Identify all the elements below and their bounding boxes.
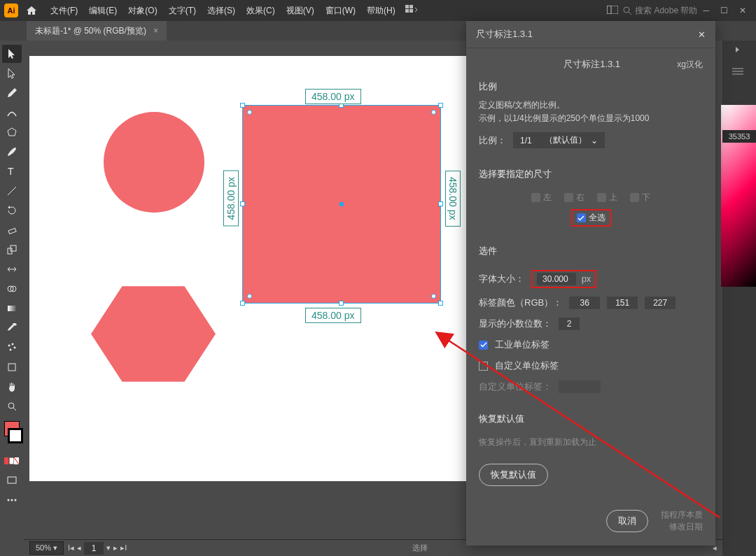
artboard-nav[interactable]: I◂ ◂ 1 ▾ ▸ ▸I [68, 542, 127, 555]
width-tool-icon[interactable] [2, 260, 22, 278]
window-close-icon[interactable]: ✕ [734, 6, 752, 15]
last-icon[interactable]: ▸I [120, 543, 127, 553]
corner-widget[interactable] [247, 294, 252, 299]
scale-label: 比例： [479, 134, 506, 147]
menu-window[interactable]: 窗口(W) [320, 5, 361, 17]
font-size-input[interactable]: 30.000 [537, 273, 576, 285]
symbol-sprayer-tool-icon[interactable] [2, 338, 22, 357]
arrange-docs-icon[interactable] [603, 6, 622, 16]
tab-close-icon[interactable]: × [153, 26, 158, 36]
help-search-placeholder: 搜索 Adobe 帮助 [635, 5, 697, 17]
gradient-tool-icon[interactable] [2, 299, 22, 318]
shape-hexagon[interactable] [91, 280, 216, 388]
shape-circle[interactable] [104, 112, 204, 213]
scale-tool-icon[interactable] [2, 241, 22, 259]
svg-rect-24 [4, 457, 9, 464]
color-b-input[interactable]: 227 [645, 297, 676, 309]
prev-icon[interactable]: ◂ [77, 543, 81, 553]
scale-dropdown[interactable]: 1/1 （默认值） ⌄ [513, 132, 605, 148]
shape-builder-tool-icon[interactable] [2, 280, 22, 298]
menu-object[interactable]: 对象(O) [122, 5, 162, 17]
zoom-tool-icon[interactable] [2, 397, 22, 415]
chevron-down-icon[interactable]: ▾ [106, 543, 111, 553]
menu-view[interactable]: 视图(V) [281, 5, 320, 17]
pen-tool-icon[interactable] [2, 84, 22, 102]
custom-unit-input[interactable] [559, 380, 601, 393]
checkbox-bottom[interactable] [630, 193, 639, 202]
artboard-tool-icon[interactable] [2, 358, 22, 376]
checkbox-right[interactable] [564, 193, 573, 202]
section-scale-header: 比例 [479, 80, 703, 93]
edit-toolbar-icon[interactable] [2, 491, 22, 509]
direct-selection-tool-icon[interactable] [2, 64, 22, 83]
screen-mode-icon[interactable] [2, 471, 22, 490]
menu-edit[interactable]: 编辑(E) [83, 5, 122, 17]
dimension-label-top: 458.00 px [305, 89, 361, 104]
help-search[interactable]: 搜索 Adobe 帮助 [622, 5, 697, 17]
svg-rect-4 [607, 6, 618, 14]
selection-tool-icon[interactable] [2, 45, 22, 63]
cancel-button[interactable]: 取消 [606, 510, 648, 532]
brush-tool-icon[interactable] [2, 143, 22, 161]
selection-handle[interactable] [240, 301, 245, 306]
selection-handle[interactable] [240, 201, 245, 206]
menu-type[interactable]: 文字(T) [163, 5, 202, 17]
svg-rect-1 [410, 5, 413, 8]
hand-tool-icon[interactable] [2, 378, 22, 396]
menu-effect[interactable]: 效果(C) [241, 5, 281, 17]
select-all-highlight: 全选 [571, 209, 611, 227]
menu-help[interactable]: 帮助(H) [361, 5, 401, 17]
eyedropper-tool-icon[interactable] [2, 319, 22, 337]
artboard-index[interactable]: 1 [84, 542, 104, 555]
corner-widget[interactable] [247, 110, 252, 115]
line-tool-icon[interactable] [2, 182, 22, 200]
dimension-label-bottom: 458.00 px [305, 308, 361, 323]
corner-widget[interactable] [431, 294, 436, 299]
first-icon[interactable]: I◂ [68, 543, 74, 553]
corner-widget[interactable] [431, 110, 436, 115]
color-g-input[interactable]: 151 [607, 297, 638, 309]
selection-handle[interactable] [438, 201, 443, 206]
restore-defaults-button[interactable]: 恢复默认值 [479, 464, 548, 486]
menu-bar: Ai 文件(F) 编辑(E) 对象(O) 文字(T) 选择(S) 效果(C) 视… [0, 0, 756, 21]
checkbox-industrial[interactable] [479, 341, 488, 350]
next-icon[interactable]: ▸ [113, 543, 118, 553]
color-hex-peek: 35353 [722, 130, 756, 143]
window-maximize-icon[interactable]: ☐ [715, 6, 734, 15]
selection-handle[interactable] [438, 301, 443, 306]
workspace-switcher-icon[interactable] [401, 5, 422, 17]
dimension-label-left: 458.00 px [223, 171, 239, 227]
window-minimize-icon[interactable]: ─ [697, 6, 715, 15]
type-tool-icon[interactable]: T [2, 162, 22, 180]
menu-select[interactable]: 选择(S) [202, 5, 241, 17]
panel-collapse-icon[interactable] [732, 45, 746, 59]
svg-line-23 [13, 408, 16, 411]
checkbox-left[interactable] [531, 193, 540, 202]
svg-point-19 [14, 347, 16, 349]
color-mode-icon[interactable] [2, 452, 22, 470]
panel-menu-icon[interactable] [732, 66, 746, 80]
zoom-level[interactable]: 50% ▾ [29, 541, 64, 555]
custom-unit-field-label: 自定义单位标签： [479, 380, 552, 393]
eraser-tool-icon[interactable] [2, 221, 22, 239]
svg-line-10 [8, 187, 16, 195]
shape-square-selected[interactable] [242, 105, 441, 304]
panel-close-icon[interactable]: ✕ [698, 29, 706, 40]
color-r-input[interactable]: 36 [569, 297, 600, 309]
curvature-tool-icon[interactable] [2, 104, 22, 122]
menu-file[interactable]: 文件(F) [45, 5, 83, 17]
decimals-input[interactable]: 2 [559, 318, 580, 330]
stroke-color-swatch[interactable] [8, 428, 23, 443]
home-icon[interactable] [24, 3, 39, 18]
checkbox-top[interactable] [597, 193, 606, 202]
artboard[interactable]: 458.00 px 458.00 px 458.00 px 458.00 px [29, 56, 469, 481]
document-tab[interactable]: 未标题-1* @ 50% (RGB/预览) × [27, 21, 167, 41]
svg-line-7 [629, 12, 631, 15]
selection-handle[interactable] [438, 103, 443, 108]
selection-handle[interactable] [339, 301, 344, 306]
checkbox-custom-unit[interactable] [479, 362, 488, 371]
rotate-tool-icon[interactable] [2, 201, 22, 220]
rectangle-tool-icon[interactable] [2, 123, 22, 141]
checkbox-select-all[interactable] [577, 213, 586, 222]
selection-handle[interactable] [240, 103, 245, 108]
